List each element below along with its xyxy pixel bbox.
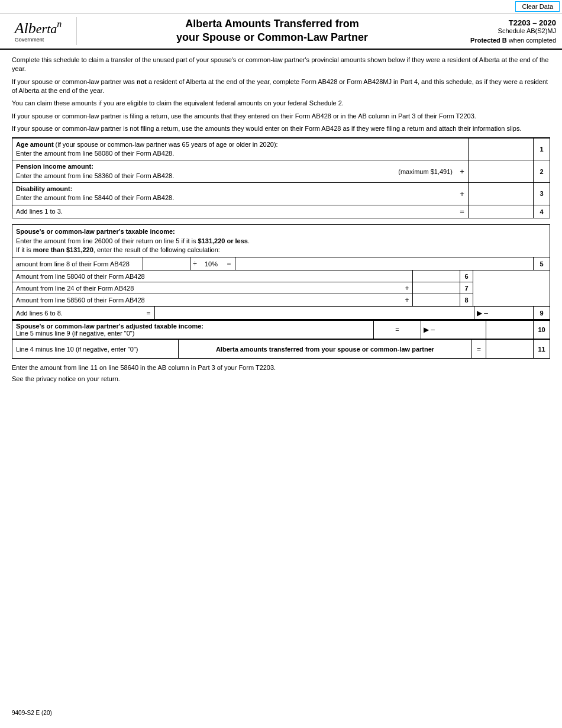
form-code: T2203 – 2020 <box>461 18 556 27</box>
line10-input[interactable] <box>486 321 533 339</box>
line9-space[interactable] <box>154 307 474 319</box>
line7-label: Amount from line 24 of their Form AB428 <box>12 282 402 294</box>
line1-op <box>456 138 468 160</box>
line1-input[interactable] <box>469 138 533 160</box>
line10-arrow-field: ▶ – <box>421 321 486 339</box>
line11-input[interactable] <box>486 340 533 358</box>
protected-label: Protected B when completed <box>461 37 556 44</box>
intro-para1: Complete this schedule to claim a transf… <box>12 56 550 74</box>
line2-op: + <box>456 160 468 182</box>
line5-input1[interactable] <box>143 257 190 270</box>
line8-op: + <box>402 294 412 306</box>
logo-subtitle: Government <box>15 37 44 43</box>
adjusted-section: Spouse's or common-law partner's adjuste… <box>12 320 550 339</box>
spouse-taxable-income-section: Spouse's or common-law partner's taxable… <box>12 224 550 320</box>
line2-max: (maximum $1,491) <box>398 160 456 182</box>
line4-number: 4 <box>533 205 550 218</box>
line5-pct: 10% <box>199 257 223 270</box>
line11-desc: Alberta amounts transferred from your sp… <box>178 340 471 358</box>
line2-number: 2 <box>533 160 550 182</box>
line2-field[interactable] <box>468 160 533 182</box>
line9-label: Add lines 6 to 8. <box>12 307 143 319</box>
line6-number: 6 <box>460 270 473 282</box>
intro-para5: If your spouse or common-law partner is … <box>12 124 550 133</box>
line8-input[interactable] <box>413 294 460 306</box>
line5-field2[interactable] <box>235 257 533 270</box>
line3-input[interactable] <box>469 183 533 205</box>
line4-input[interactable] <box>469 205 533 218</box>
line6-op <box>402 270 412 282</box>
alberta-logo: Albertan Government <box>15 20 62 43</box>
lines-1-4-section: Age amount (if your spouse or common-law… <box>12 137 550 219</box>
line5-input2[interactable] <box>235 257 533 270</box>
line8-number: 8 <box>460 294 473 306</box>
line1-number: 1 <box>533 138 550 160</box>
line10-label: Spouse's or common-law partner's adjuste… <box>12 321 373 339</box>
title-section: Alberta Amounts Transferred from your Sp… <box>83 17 461 45</box>
logo-wordmark: Albertan <box>15 20 62 36</box>
line9-input[interactable] <box>155 307 474 319</box>
footer-note: Enter the amount from line 11 on line 58… <box>12 359 550 375</box>
line5-eq: = <box>223 257 235 270</box>
header: Albertan Government Alberta Amounts Tran… <box>0 14 562 50</box>
line7-input[interactable] <box>413 282 460 294</box>
line6-row: Amount from line 58040 of their Form AB4… <box>12 270 473 282</box>
lines-6-8-section: Amount from line 58040 of their Form AB4… <box>12 270 550 307</box>
page: Clear Data Albertan Government Alberta A… <box>0 0 562 728</box>
logo-script: n <box>57 19 62 29</box>
line7-field[interactable] <box>412 282 460 294</box>
line7-row: Amount from line 24 of their Form AB428 … <box>12 282 473 294</box>
form-info: T2203 – 2020 Schedule AB(S2)MJ Protected… <box>461 17 556 45</box>
line11-label: Line 4 minus line 10 (if negative, enter… <box>12 340 178 358</box>
line5-number: 5 <box>533 257 550 270</box>
line5-div: ÷ <box>190 257 199 270</box>
line3-row: Disability amount: Enter the amount from… <box>12 182 550 205</box>
line10-eq: = <box>373 321 421 339</box>
line2-input[interactable] <box>469 160 533 182</box>
line6-label: Amount from line 58040 of their Form AB4… <box>12 270 402 282</box>
intro-para2: If your spouse or common-law partner was… <box>12 78 550 96</box>
page-title: Alberta Amounts Transferred from your Sp… <box>176 17 368 45</box>
line3-number: 3 <box>533 183 550 205</box>
line6-field[interactable] <box>412 270 460 282</box>
line9-eq: = <box>143 307 154 319</box>
line8-field[interactable] <box>412 294 460 306</box>
line3-op: + <box>456 183 468 205</box>
line10-row: Spouse's or common-law partner's adjuste… <box>12 320 550 339</box>
line2-row: Pension income amount: Enter the amount … <box>12 160 550 182</box>
line9-arrow-minus: ▶ – <box>474 307 533 319</box>
line10-number: 10 <box>533 321 550 339</box>
line11-section: Line 4 minus line 10 (if negative, enter… <box>12 339 550 359</box>
line3-label: Disability amount: Enter the amount from… <box>12 183 456 205</box>
line5-field1[interactable] <box>143 257 190 270</box>
line4-field[interactable] <box>468 205 533 218</box>
intro-para3: You can claim these amounts if you are e… <box>12 99 550 108</box>
line4-label: Add lines 1 to 3. <box>12 205 456 218</box>
line11-field[interactable] <box>486 340 533 358</box>
line3-field[interactable] <box>468 183 533 205</box>
logo-section: Albertan Government <box>6 17 77 45</box>
line8-row: Amount from line 58560 of their Form AB4… <box>12 294 473 306</box>
lines-6-8-left: Amount from line 58040 of their Form AB4… <box>12 270 473 306</box>
line2-label: Pension income amount: Enter the amount … <box>12 160 398 182</box>
line10-field[interactable] <box>486 321 533 339</box>
page-footer: 9409-S2 E (20) <box>12 710 52 716</box>
line1-field[interactable] <box>468 138 533 160</box>
line5-row: amount from line 8 of their Form AB428 ÷… <box>12 257 550 270</box>
line9-number: 9 <box>533 307 550 319</box>
line6-input[interactable] <box>413 270 460 282</box>
line11-row: Line 4 minus line 10 (if negative, enter… <box>12 339 550 358</box>
line11-number: 11 <box>533 340 550 358</box>
line4-op: = <box>456 205 468 218</box>
line9-row: Add lines 6 to 8. = ▶ – 9 <box>12 307 550 320</box>
line7-op: + <box>402 282 412 294</box>
clear-data-button[interactable]: Clear Data <box>515 1 560 12</box>
line7-number: 7 <box>460 282 473 294</box>
privacy-note: See the privacy notice on your return. <box>12 375 550 382</box>
line1-label: Age amount (if your spouse or common-law… <box>12 138 456 160</box>
line1-row: Age amount (if your spouse or common-law… <box>12 138 550 160</box>
logo-tail: erta <box>36 21 57 36</box>
schedule-label: Schedule AB(S2)MJ <box>461 27 556 34</box>
intro-para4: If your spouse or common-law partner is … <box>12 112 550 121</box>
top-bar: Clear Data <box>0 0 562 14</box>
